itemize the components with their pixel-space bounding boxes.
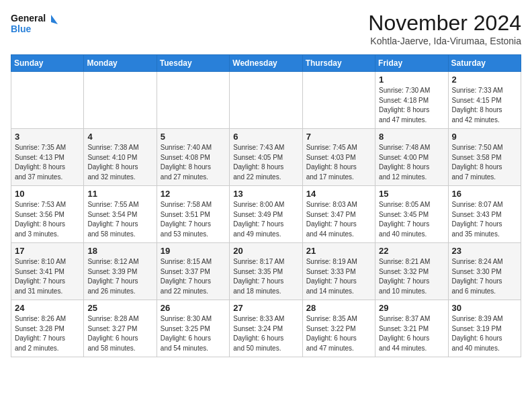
day-number: 3 (15, 132, 80, 142)
logo: General Blue (11, 11, 58, 39)
weekday-header-sunday: Sunday (11, 55, 84, 72)
day-detail: Sunrise: 7:33 AM Sunset: 4:15 PM Dayligh… (452, 86, 517, 125)
calendar-cell: 17Sunrise: 8:10 AM Sunset: 3:41 PM Dayli… (11, 243, 84, 300)
calendar-cell: 19Sunrise: 8:15 AM Sunset: 3:37 PM Dayli… (157, 243, 229, 300)
day-detail: Sunrise: 7:55 AM Sunset: 3:54 PM Dayligh… (87, 200, 152, 239)
weekday-header-tuesday: Tuesday (157, 55, 229, 72)
svg-marker-2 (51, 15, 58, 24)
day-detail: Sunrise: 7:45 AM Sunset: 4:03 PM Dayligh… (306, 143, 371, 182)
calendar-cell: 22Sunrise: 8:21 AM Sunset: 3:32 PM Dayli… (375, 243, 448, 300)
calendar-cell: 8Sunrise: 7:48 AM Sunset: 4:00 PM Daylig… (375, 129, 448, 186)
svg-text:General: General (11, 13, 46, 24)
day-number: 29 (379, 303, 444, 313)
calendar-cell: 5Sunrise: 7:40 AM Sunset: 4:08 PM Daylig… (157, 129, 229, 186)
calendar-cell: 1Sunrise: 7:30 AM Sunset: 4:18 PM Daylig… (375, 72, 448, 129)
day-detail: Sunrise: 7:30 AM Sunset: 4:18 PM Dayligh… (379, 86, 444, 125)
calendar-cell: 30Sunrise: 8:39 AM Sunset: 3:19 PM Dayli… (448, 300, 521, 357)
day-detail: Sunrise: 7:53 AM Sunset: 3:56 PM Dayligh… (15, 200, 80, 239)
calendar-cell: 23Sunrise: 8:24 AM Sunset: 3:30 PM Dayli… (448, 243, 521, 300)
calendar-cell: 7Sunrise: 7:45 AM Sunset: 4:03 PM Daylig… (302, 129, 375, 186)
day-number: 8 (379, 132, 444, 142)
day-detail: Sunrise: 8:15 AM Sunset: 3:37 PM Dayligh… (161, 257, 226, 296)
day-detail: Sunrise: 8:37 AM Sunset: 3:21 PM Dayligh… (379, 314, 444, 353)
day-detail: Sunrise: 8:39 AM Sunset: 3:19 PM Dayligh… (452, 314, 517, 353)
calendar-table: SundayMondayTuesdayWednesdayThursdayFrid… (11, 54, 521, 357)
weekday-header-wednesday: Wednesday (230, 55, 302, 72)
calendar-cell: 14Sunrise: 8:03 AM Sunset: 3:47 PM Dayli… (302, 186, 375, 243)
calendar-cell: 4Sunrise: 7:38 AM Sunset: 4:10 PM Daylig… (84, 129, 157, 186)
calendar-cell: 29Sunrise: 8:37 AM Sunset: 3:21 PM Dayli… (375, 300, 448, 357)
day-number: 6 (233, 132, 298, 142)
calendar-cell (302, 72, 375, 129)
month-title: November 2024 (368, 11, 521, 36)
day-number: 7 (306, 132, 371, 142)
day-detail: Sunrise: 8:03 AM Sunset: 3:47 PM Dayligh… (306, 200, 371, 239)
day-detail: Sunrise: 8:19 AM Sunset: 3:33 PM Dayligh… (306, 257, 371, 296)
calendar-cell: 11Sunrise: 7:55 AM Sunset: 3:54 PM Dayli… (84, 186, 157, 243)
calendar-cell: 9Sunrise: 7:50 AM Sunset: 3:58 PM Daylig… (448, 129, 521, 186)
calendar-cell: 28Sunrise: 8:35 AM Sunset: 3:22 PM Dayli… (302, 300, 375, 357)
day-detail: Sunrise: 7:40 AM Sunset: 4:08 PM Dayligh… (161, 143, 226, 182)
day-detail: Sunrise: 8:12 AM Sunset: 3:39 PM Dayligh… (87, 257, 152, 296)
day-detail: Sunrise: 8:33 AM Sunset: 3:24 PM Dayligh… (233, 314, 298, 353)
weekday-header-thursday: Thursday (302, 55, 375, 72)
day-number: 14 (306, 189, 371, 199)
day-number: 21 (306, 246, 371, 256)
day-detail: Sunrise: 8:10 AM Sunset: 3:41 PM Dayligh… (15, 257, 80, 296)
weekday-header-monday: Monday (84, 55, 157, 72)
calendar-cell: 16Sunrise: 8:07 AM Sunset: 3:43 PM Dayli… (448, 186, 521, 243)
calendar-cell (84, 72, 157, 129)
week-row-3: 10Sunrise: 7:53 AM Sunset: 3:56 PM Dayli… (11, 186, 521, 243)
location-subtitle: Kohtla-Jaerve, Ida-Virumaa, Estonia (368, 36, 521, 46)
calendar-cell (230, 72, 302, 129)
day-number: 24 (15, 303, 80, 313)
day-detail: Sunrise: 8:28 AM Sunset: 3:27 PM Dayligh… (87, 314, 152, 353)
calendar-cell (11, 72, 84, 129)
day-detail: Sunrise: 8:30 AM Sunset: 3:25 PM Dayligh… (161, 314, 226, 353)
day-detail: Sunrise: 7:58 AM Sunset: 3:51 PM Dayligh… (161, 200, 226, 239)
week-row-4: 17Sunrise: 8:10 AM Sunset: 3:41 PM Dayli… (11, 243, 521, 300)
calendar-cell: 26Sunrise: 8:30 AM Sunset: 3:25 PM Dayli… (157, 300, 229, 357)
day-detail: Sunrise: 8:26 AM Sunset: 3:28 PM Dayligh… (15, 314, 80, 353)
day-detail: Sunrise: 8:17 AM Sunset: 3:35 PM Dayligh… (233, 257, 298, 296)
day-detail: Sunrise: 7:38 AM Sunset: 4:10 PM Dayligh… (87, 143, 152, 182)
day-detail: Sunrise: 8:35 AM Sunset: 3:22 PM Dayligh… (306, 314, 371, 353)
calendar-cell: 24Sunrise: 8:26 AM Sunset: 3:28 PM Dayli… (11, 300, 84, 357)
logo-svg: General Blue (11, 11, 58, 39)
day-detail: Sunrise: 7:50 AM Sunset: 3:58 PM Dayligh… (452, 143, 517, 182)
svg-text:Blue: Blue (11, 24, 32, 34)
day-number: 22 (379, 246, 444, 256)
calendar-cell: 21Sunrise: 8:19 AM Sunset: 3:33 PM Dayli… (302, 243, 375, 300)
weekday-header-saturday: Saturday (448, 55, 521, 72)
week-row-2: 3Sunrise: 7:35 AM Sunset: 4:13 PM Daylig… (11, 129, 521, 186)
week-row-5: 24Sunrise: 8:26 AM Sunset: 3:28 PM Dayli… (11, 300, 521, 357)
day-number: 20 (233, 246, 298, 256)
calendar-cell: 10Sunrise: 7:53 AM Sunset: 3:56 PM Dayli… (11, 186, 84, 243)
day-number: 15 (379, 189, 444, 199)
day-detail: Sunrise: 8:24 AM Sunset: 3:30 PM Dayligh… (452, 257, 517, 296)
weekday-header-friday: Friday (375, 55, 448, 72)
day-number: 9 (452, 132, 517, 142)
title-block: November 2024 Kohtla-Jaerve, Ida-Virumaa… (368, 11, 521, 46)
calendar-cell: 6Sunrise: 7:43 AM Sunset: 4:05 PM Daylig… (230, 129, 302, 186)
calendar-cell: 25Sunrise: 8:28 AM Sunset: 3:27 PM Dayli… (84, 300, 157, 357)
day-number: 17 (15, 246, 80, 256)
day-number: 12 (161, 189, 226, 199)
calendar-cell: 15Sunrise: 8:05 AM Sunset: 3:45 PM Dayli… (375, 186, 448, 243)
day-number: 10 (15, 189, 80, 199)
day-number: 5 (161, 132, 226, 142)
day-number: 2 (452, 75, 517, 85)
day-number: 27 (233, 303, 298, 313)
day-detail: Sunrise: 7:43 AM Sunset: 4:05 PM Dayligh… (233, 143, 298, 182)
calendar-cell: 2Sunrise: 7:33 AM Sunset: 4:15 PM Daylig… (448, 72, 521, 129)
day-number: 13 (233, 189, 298, 199)
day-number: 11 (87, 189, 152, 199)
calendar-cell: 13Sunrise: 8:00 AM Sunset: 3:49 PM Dayli… (230, 186, 302, 243)
day-number: 1 (379, 75, 444, 85)
day-number: 23 (452, 246, 517, 256)
calendar-cell: 3Sunrise: 7:35 AM Sunset: 4:13 PM Daylig… (11, 129, 84, 186)
day-detail: Sunrise: 7:35 AM Sunset: 4:13 PM Dayligh… (15, 143, 80, 182)
day-number: 4 (87, 132, 152, 142)
calendar-cell (157, 72, 229, 129)
day-detail: Sunrise: 7:48 AM Sunset: 4:00 PM Dayligh… (379, 143, 444, 182)
